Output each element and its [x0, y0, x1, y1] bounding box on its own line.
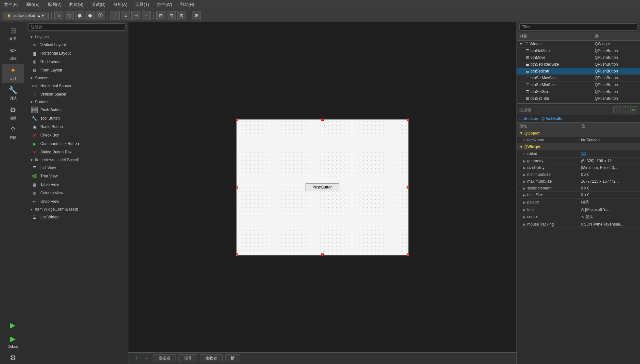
right-filter-input[interactable]: [519, 23, 637, 31]
props-table-row[interactable]: enabled: [517, 150, 640, 158]
prop-value-cell[interactable]: btnSetIcon: [579, 137, 640, 144]
toolbar-grid-1[interactable]: ⊞: [156, 11, 165, 20]
menu-tools[interactable]: 工具(T): [134, 1, 150, 8]
object-table-row[interactable]: ☰btnSetTitle QPushButton: [517, 95, 640, 102]
remove-connection-button[interactable]: −: [143, 355, 150, 362]
handle-bottom-right[interactable]: [407, 254, 409, 256]
props-table-row[interactable]: ▶maximumSize 16777215 x 167772...: [517, 178, 640, 185]
object-table-row[interactable]: ☰btnSetFixedSize QPushButton: [517, 61, 640, 68]
object-table-row[interactable]: ☰btnSetMinSize QPushButton: [517, 82, 640, 88]
push-button-widget[interactable]: PushButton: [306, 183, 339, 191]
props-table-row[interactable]: ▶mouseTracking CSDN @theRavensea...: [517, 221, 640, 228]
props-table-row[interactable]: ▼ QWidget: [517, 144, 640, 150]
sidebar-item-run[interactable]: ▶: [2, 319, 24, 332]
menu-view[interactable]: 视图(V): [46, 1, 63, 8]
object-table-row[interactable]: ☰btnSetSize QPushButton: [517, 88, 640, 95]
section-buttons[interactable]: ▼ Buttons: [26, 98, 128, 106]
handle-top-left[interactable]: [236, 118, 238, 121]
handle-bottom-center[interactable]: [321, 254, 324, 256]
slot-tab[interactable]: 槽: [225, 354, 240, 362]
prop-checkbox[interactable]: [581, 152, 586, 156]
prop-value-cell[interactable]: [Minimum, Fixed, 0,...: [579, 164, 640, 171]
widget-tool-button[interactable]: 🔧 Tool Button: [26, 114, 128, 123]
object-table-row[interactable]: ☰btnSetMaxSize QPushButton: [517, 75, 640, 82]
props-table-row[interactable]: ▼ QObject: [517, 130, 640, 137]
sidebar-item-help[interactable]: ? 帮助: [2, 124, 24, 142]
object-table-row[interactable]: ☰btnMove QPushButton: [517, 54, 640, 61]
props-table-row[interactable]: ▶baseSize 0 x 0: [517, 191, 640, 198]
widget-push-button[interactable]: OK Push Button: [26, 106, 128, 114]
prop-value-cell[interactable]: CSDN @theRavensea...: [579, 221, 640, 228]
widget-list-widget[interactable]: ☰ List Widget: [26, 213, 128, 221]
receiver-tab[interactable]: 接收者: [200, 354, 223, 362]
prop-value-cell[interactable]: 0 x 0: [579, 171, 640, 178]
prop-value-cell[interactable]: 16777215 x 167772...: [579, 178, 640, 185]
section-layouts[interactable]: ▼ Layouts: [26, 33, 128, 41]
sidebar-item-edit[interactable]: ✏ 编辑: [2, 45, 24, 63]
handle-middle-left[interactable]: [236, 186, 238, 188]
sidebar-item-welcome[interactable]: ⊞ 欢迎: [2, 25, 24, 43]
widget-horizontal-layout[interactable]: ||| Horizontal Layout: [26, 49, 128, 58]
toolbar-close[interactable]: ×: [54, 11, 63, 20]
widget-tree-view[interactable]: 🌿 Tree View: [26, 172, 128, 180]
sidebar-item-projects[interactable]: ⚙ 项目: [2, 104, 24, 123]
toolbar-align-1[interactable]: ⁞: [111, 11, 120, 20]
signal-tab[interactable]: 信号: [178, 354, 197, 362]
widget-vertical-spacer[interactable]: ⇳ Vertical Spacer: [26, 90, 128, 98]
toolbar-grid-2[interactable]: ⊟: [167, 11, 176, 20]
prop-value-cell[interactable]: (6, 320), 196 x 18: [579, 157, 640, 164]
toolbar-btn-3[interactable]: ⬣: [85, 11, 95, 20]
props-table-row[interactable]: ▶sizeIncrement 0 x 0: [517, 185, 640, 191]
widget-radio-button[interactable]: ◉ Radio Button: [26, 123, 128, 131]
widget-grid-layout[interactable]: ⊞ Grid Layout: [26, 58, 128, 66]
prop-value-cell[interactable]: [579, 150, 640, 158]
menu-debug[interactable]: 调试(D): [90, 1, 107, 8]
props-edit-button[interactable]: ✏: [630, 106, 637, 113]
object-table-row[interactable]: ▼ ☰Widget QWidget: [517, 41, 640, 47]
sender-tab[interactable]: 发送者: [153, 354, 176, 362]
menu-help[interactable]: 帮助(H): [179, 1, 196, 8]
props-table-row[interactable]: ▶sizePolicy [Minimum, Fixed, 0,...: [517, 164, 640, 171]
add-connection-button[interactable]: +: [132, 355, 140, 362]
menu-file[interactable]: 文件(F): [3, 1, 19, 8]
widget-check-box[interactable]: ✕ Check Box: [26, 131, 128, 139]
toolbar-btn-2[interactable]: ⬢: [75, 11, 84, 20]
file-tab-arrow[interactable]: ▲▼: [37, 13, 45, 18]
sidebar-item-debug[interactable]: 🔧 调试: [2, 84, 24, 103]
toolbar-extra[interactable]: ⚙: [192, 11, 201, 20]
prop-value-cell[interactable]: 0 x 0: [579, 185, 640, 191]
menu-edit[interactable]: 编辑(E): [24, 1, 41, 8]
widget-command-link[interactable]: ▶ Command Link Button: [26, 139, 128, 148]
widget-horizontal-spacer[interactable]: ⟺ Horizontal Spacer: [26, 82, 128, 90]
widget-dialog-button[interactable]: ✕ Dialog Button Box: [26, 148, 128, 156]
handle-bottom-left[interactable]: [236, 254, 238, 256]
section-item-widgets[interactable]: ▼ Item Widge...tem-Based): [26, 206, 128, 213]
widget-filter-input[interactable]: [29, 23, 125, 31]
props-minus-button[interactable]: −: [622, 106, 629, 113]
widget-column-view[interactable]: ▥ Column View: [26, 189, 128, 197]
toolbar-btn-4[interactable]: Ⓐ: [96, 11, 105, 20]
widget-form-layout[interactable]: ⊟ Form Layout: [26, 66, 128, 74]
sidebar-item-design[interactable]: ✦ 设计: [2, 64, 24, 83]
handle-top-center[interactable]: [321, 118, 324, 121]
object-table-row[interactable]: ☰btnSetIcon QPushButton: [517, 68, 640, 75]
section-spacers[interactable]: ▼ Spacers: [26, 74, 128, 82]
prop-value-cell[interactable]: 0 x 0: [579, 191, 640, 198]
prop-value-cell[interactable]: 继承: [579, 198, 640, 206]
toolbar-grid-3[interactable]: ⊠: [177, 11, 186, 20]
widget-table-view[interactable]: ▦ Table View: [26, 180, 128, 189]
toolbar-align-2[interactable]: ≡: [121, 11, 130, 20]
props-add-button[interactable]: +: [613, 106, 620, 113]
props-table-row[interactable]: ▶cursor ↖箭头: [517, 213, 640, 221]
prop-value-cell[interactable]: A[Microsoft Ya...: [579, 206, 640, 213]
toolbar-align-4[interactable]: ⊢: [142, 11, 151, 20]
menu-build[interactable]: 构建(B): [68, 1, 85, 8]
file-tab[interactable]: 🔒 subwidget.ui ▲▼: [3, 12, 49, 20]
props-table-row[interactable]: ▶font A[Microsoft Ya...: [517, 206, 640, 213]
widget-list-view[interactable]: ☰ List View: [26, 163, 128, 172]
canvas-container[interactable]: PushButton: [128, 22, 516, 352]
toolbar-align-3[interactable]: ⊣: [131, 11, 140, 20]
sidebar-item-debug-run[interactable]: ▶ Debug: [2, 333, 24, 350]
widget-vertical-layout[interactable]: ≡ Vertical Layout: [26, 41, 128, 49]
props-table-row[interactable]: ▶palette 继承: [517, 198, 640, 206]
